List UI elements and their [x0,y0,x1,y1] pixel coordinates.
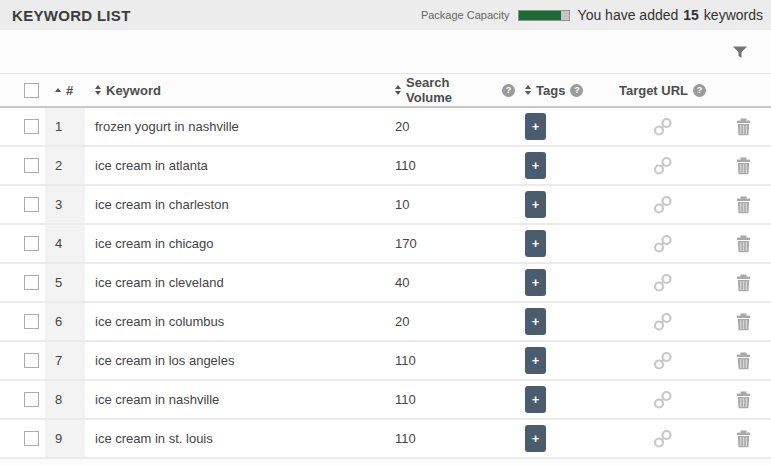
search-volume-value: 110 [390,420,515,457]
add-tag-button[interactable]: + [525,386,546,413]
tags-cell: + [515,147,610,184]
tags-cell: + [515,420,610,457]
table-row: 2 ice cream in atlanta 110 + [0,147,771,186]
delete-keyword-button[interactable] [735,391,752,409]
target-url-link-button[interactable] [652,390,674,410]
delete-keyword-button[interactable] [735,235,752,253]
trash-icon [735,391,752,409]
header-target-url: Target URL ? [610,74,715,106]
delete-keyword-button[interactable] [735,196,752,214]
row-checkbox-cell [0,303,45,340]
row-number: 9 [45,420,85,457]
header-search-volume[interactable]: Search Volume ? [390,74,515,106]
filter-button[interactable] [731,43,749,61]
table-row: 6 ice cream in columbus 20 + [0,303,771,342]
target-url-link-button[interactable] [652,273,674,293]
search-volume-value: 110 [390,342,515,379]
delete-keyword-button[interactable] [735,430,752,448]
add-tag-button[interactable]: + [525,269,546,296]
row-number: 5 [45,264,85,301]
keywords-added-count: 15 [683,7,699,23]
row-checkbox[interactable] [24,314,39,329]
tags-help-icon[interactable]: ? [570,84,583,97]
trash-icon [735,235,752,253]
row-number: 4 [45,225,85,262]
add-tag-button[interactable]: + [525,113,546,140]
row-checkbox-cell [0,147,45,184]
sort-asc-icon [55,88,61,92]
delete-keyword-button[interactable] [735,352,752,370]
keyword-text: ice cream in atlanta [85,147,390,184]
target-url-help-icon[interactable]: ? [693,84,706,97]
package-capacity-bar [518,10,570,21]
row-number: 8 [45,381,85,418]
table-row: 1 frozen yogurt in nashville 20 + [0,108,771,147]
row-checkbox[interactable] [24,431,39,446]
row-checkbox[interactable] [24,353,39,368]
add-tag-button[interactable]: + [525,191,546,218]
package-capacity-fill [519,11,562,20]
add-tag-button[interactable]: + [525,152,546,179]
search-volume-value: 20 [390,108,515,145]
target-url-link-button[interactable] [652,117,674,137]
search-volume-value: 20 [390,303,515,340]
target-url-cell [610,108,715,145]
table-body: 1 frozen yogurt in nashville 20 + [0,108,771,459]
chain-link-icon [652,429,674,449]
target-url-link-button[interactable] [652,234,674,254]
delete-cell [715,108,771,145]
keyword-text: ice cream in cleveland [85,264,390,301]
table-row: 5 ice cream in cleveland 40 + [0,264,771,303]
add-tag-button[interactable]: + [525,347,546,374]
sort-icon [395,85,401,95]
row-checkbox[interactable] [24,275,39,290]
add-tag-button[interactable]: + [525,230,546,257]
row-number: 1 [45,108,85,145]
row-number: 3 [45,186,85,223]
chain-link-icon [652,312,674,332]
chain-link-icon [652,234,674,254]
row-checkbox[interactable] [24,392,39,407]
select-all-checkbox[interactable] [24,83,39,98]
delete-cell [715,147,771,184]
trash-icon [735,430,752,448]
delete-cell [715,303,771,340]
delete-cell [715,420,771,457]
trash-icon [735,118,752,136]
delete-keyword-button[interactable] [735,313,752,331]
trash-icon [735,274,752,292]
target-url-link-button[interactable] [652,156,674,176]
header-keyword[interactable]: Keyword [85,74,390,106]
add-tag-button[interactable]: + [525,425,546,452]
search-volume-help-icon[interactable]: ? [502,84,515,97]
delete-keyword-button[interactable] [735,274,752,292]
header-tags[interactable]: Tags ? [515,74,610,106]
keywords-added-text: You have added 15 keywords [578,7,763,23]
row-checkbox[interactable] [24,236,39,251]
target-url-cell [610,303,715,340]
delete-keyword-button[interactable] [735,118,752,136]
header-checkbox-cell [0,74,45,106]
row-checkbox[interactable] [24,197,39,212]
tags-cell: + [515,303,610,340]
row-checkbox[interactable] [24,158,39,173]
header-delete-cell [715,74,771,106]
target-url-link-button[interactable] [652,195,674,215]
search-volume-value: 110 [390,381,515,418]
delete-keyword-button[interactable] [735,157,752,175]
tags-cell: + [515,186,610,223]
target-url-link-button[interactable] [652,429,674,449]
target-url-cell [610,225,715,262]
keyword-text: ice cream in nashville [85,381,390,418]
add-tag-button[interactable]: + [525,308,546,335]
delete-cell [715,342,771,379]
funnel-icon [732,44,748,60]
header-num[interactable]: # [45,74,85,106]
chain-link-icon [652,351,674,371]
trash-icon [735,313,752,331]
target-url-link-button[interactable] [652,312,674,332]
table-row: 4 ice cream in chicago 170 + [0,225,771,264]
chain-link-icon [652,195,674,215]
row-checkbox[interactable] [24,119,39,134]
target-url-link-button[interactable] [652,351,674,371]
